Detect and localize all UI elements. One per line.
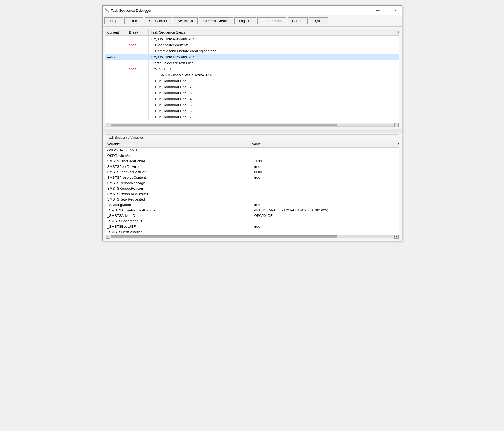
break-cell — [127, 90, 149, 96]
break-cell — [127, 96, 149, 102]
break-cell — [127, 102, 149, 108]
vars-scroll-right-arrow[interactable]: ▸ — [394, 235, 399, 239]
table-row[interactable]: Tidy Up From Previous Run — [105, 36, 399, 42]
list-item[interactable]: SMSTSPeerDownload true — [105, 164, 399, 169]
list-item[interactable]: OSDCollectionVar1 — [105, 148, 399, 153]
break-cell — [127, 54, 149, 60]
table-row[interactable]: Run Command Line - 1 — [105, 78, 399, 84]
step-cell: Remove folder before creating another — [149, 48, 399, 54]
step-cell: Run Command Line - 6 — [149, 108, 399, 114]
current-cell — [105, 102, 127, 108]
run-button[interactable]: Run — [124, 17, 143, 24]
table-row[interactable]: Run Command Line - 3 — [105, 90, 399, 96]
quit-button[interactable]: Quit — [309, 17, 328, 24]
list-item[interactable]: _SMSTSBootUEFI true — [105, 224, 399, 229]
main-window: 🔧 Task Sequence Debugger — □ ✕ Step Run … — [102, 5, 402, 241]
var-name: _SMSTSCertSelection — [105, 229, 252, 235]
table-row[interactable]: Run Command Line - 6 — [105, 108, 399, 114]
var-name: SMSTSRetryRequested — [105, 197, 252, 202]
var-name: _SMSTSActiveRequestHandle — [105, 208, 252, 213]
table-row[interactable]: Run Command Line - 5 — [105, 102, 399, 108]
step-cell: Run Command Line - 5 — [149, 102, 399, 108]
table-row[interactable]: Run Command Line - 4 — [105, 96, 399, 102]
current-cell — [105, 72, 127, 78]
vars-list-header: Variable Value ∧ — [105, 141, 399, 148]
panel-gap — [103, 129, 402, 133]
close-button[interactable]: ✕ — [391, 7, 399, 13]
log-file-button[interactable]: Log File — [234, 17, 256, 24]
set-current-button[interactable]: Set Current — [145, 17, 172, 24]
col-current: Current — [105, 29, 127, 35]
current-cell — [105, 36, 127, 42]
list-item[interactable]: _SMSTSBootImageID — [105, 218, 399, 224]
var-name: TSDebugMode — [105, 202, 252, 208]
scroll-track[interactable] — [111, 124, 394, 126]
var-value — [252, 186, 399, 191]
step-cell: Run Command Line - 1 — [149, 78, 399, 84]
list-item[interactable]: SMSTSRebootRequested — [105, 191, 399, 197]
vars-scroll-track[interactable] — [111, 235, 394, 238]
current-cell — [105, 48, 127, 54]
vars-scroll-left-arrow[interactable]: ◂ — [106, 235, 110, 239]
table-row[interactable]: Create Folder for Test Files — [105, 60, 399, 66]
step-cell: Run Command Line - 2 — [149, 84, 399, 90]
break-cell: Stop — [127, 42, 149, 48]
table-row[interactable]: ==>> Tidy Up From Previous Run — [105, 54, 399, 60]
var-name: SMSTSRebootReason — [105, 186, 252, 191]
step-cell: Run Command Line - 7 — [149, 114, 399, 120]
list-item[interactable]: _SMSTSActiveRequestHandle {86B345D4-A04F… — [105, 208, 399, 213]
table-row[interactable]: Stop Clean folder contents — [105, 42, 399, 48]
vars-list-body[interactable]: OSDCollectionVar1 OSDDeviceVar1 SMSTSLan… — [105, 148, 399, 235]
col-break: Break — [127, 29, 149, 35]
cmd-prompt-button[interactable]: Cmd Prompt — [257, 17, 286, 24]
scroll-right-arrow[interactable]: ▸ — [394, 123, 399, 127]
current-cell — [105, 96, 127, 102]
steps-list-body[interactable]: Tidy Up From Previous Run Stop Clean fol… — [105, 36, 399, 123]
set-break-button[interactable]: Set Break — [173, 17, 198, 24]
scroll-left-arrow[interactable]: ◂ — [106, 123, 110, 127]
list-item[interactable]: SMSTSRebootReason — [105, 186, 399, 191]
col-vars-scroll-up[interactable]: ∧ — [395, 141, 399, 147]
list-item[interactable]: _SMSTSAdvertID OPC201DF — [105, 213, 399, 218]
list-item[interactable]: SMSTSLanguageFolder 1033 — [105, 159, 399, 164]
var-name: _SMSTSBootUEFI — [105, 224, 252, 229]
step-button[interactable]: Step — [104, 17, 123, 24]
step-cell: Tidy Up From Previous Run — [149, 54, 399, 60]
var-name: SMSTSRebootRequested — [105, 191, 252, 197]
list-item[interactable]: SMSTSPeerRequestPort 8003 — [105, 169, 399, 175]
minimize-button[interactable]: — — [374, 7, 382, 13]
variables-panel: Task Sequence Variables Variable Value ∧… — [105, 134, 399, 238]
clear-all-breaks-button[interactable]: Clear All Breaks — [199, 17, 233, 24]
var-value: OPC201DF — [252, 213, 399, 218]
var-name: OSDCollectionVar1 — [105, 148, 252, 153]
list-item[interactable]: TSDebugMode true — [105, 202, 399, 208]
list-item[interactable]: OSDDeviceVar1 — [105, 153, 399, 159]
scroll-thumb[interactable] — [111, 124, 337, 126]
var-value: true — [252, 164, 399, 169]
break-cell — [127, 114, 149, 120]
var-value: {86B345D4-A04F-4724-A73B-C2F8B4B81605} — [252, 208, 399, 213]
var-name: SMSTSPeerRequestPort — [105, 169, 252, 175]
step-cell: Create Folder for Test Files — [149, 60, 399, 66]
table-row[interactable]: Run Command Line - 7 — [105, 114, 399, 120]
vars-horizontal-scrollbar[interactable]: ◂ ▸ — [105, 235, 399, 238]
list-item[interactable]: SMSTSPreserveContent true — [105, 175, 399, 180]
break-cell — [127, 36, 149, 42]
col-value: Value — [250, 141, 395, 147]
current-cell — [105, 90, 127, 96]
table-row[interactable]: Stop Group - 1-10 — [105, 66, 399, 72]
table-row[interactable]: Remove folder before creating another — [105, 48, 399, 54]
var-value — [252, 180, 399, 186]
list-item[interactable]: _SMSTSCertSelection — [105, 229, 399, 235]
cancel-button[interactable]: Cancel — [288, 17, 308, 24]
maximize-button[interactable]: □ — [383, 7, 391, 13]
current-cell — [105, 108, 127, 114]
list-item[interactable]: SMSTSRebootMessage — [105, 180, 399, 186]
col-scroll-up[interactable]: ∧ — [395, 29, 399, 35]
table-row[interactable]: Run Command Line - 2 — [105, 84, 399, 90]
current-cell — [105, 66, 127, 72]
vars-scroll-thumb[interactable] — [111, 235, 337, 238]
steps-horizontal-scrollbar[interactable]: ◂ ▸ — [105, 123, 399, 126]
table-row[interactable]: SMSTSDisableStatusRetry=TRUE — [105, 72, 399, 78]
list-item[interactable]: SMSTSRetryRequested — [105, 197, 399, 202]
